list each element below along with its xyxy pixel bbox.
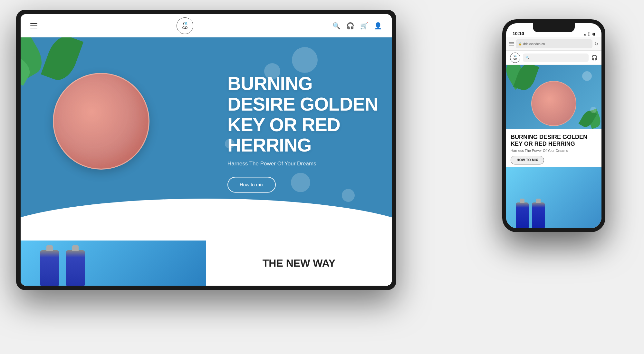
url-bar[interactable]: 🔒 drinksandco.cn <box>516 39 592 48</box>
phone-text-section: BURNING DESIRE GOLDEN KEY OR RED HERRING… <box>506 129 601 167</box>
bottom-card-product <box>21 241 206 286</box>
bottom-card-text: THE NEW WAY <box>206 241 392 286</box>
tablet-screen: Y&CO 🔍 🎧 🛒 👤 <box>21 14 392 286</box>
status-time: 10:10 <box>513 31 524 36</box>
how-to-mix-button[interactable]: How to mix <box>227 177 276 193</box>
phone-bottom-card <box>506 167 601 228</box>
tablet-logo[interactable]: Y&CO <box>177 17 193 34</box>
phone-hero-subtitle: Harness The Power Of Your Dreams <box>511 149 597 152</box>
hero-subtitle: Harness The Power Of Your Dreams <box>227 161 379 167</box>
phone-device: 10:10 ▲ ⟩⟩ ▪▮ 🔒 drinksandco.cn ↻ <box>502 19 605 232</box>
scene: Y&CO 🔍 🎧 🛒 👤 <box>0 0 644 354</box>
battery-icon: ▪▮ <box>592 32 595 36</box>
bottom-card-title: THE NEW WAY <box>263 257 335 269</box>
tablet-hero: BURNING DESIRE GOLDEN KEY OR RED HERRING… <box>21 37 392 241</box>
status-icons: ▲ ⟩⟩ ▪▮ <box>583 32 595 36</box>
phone-screen: 10:10 ▲ ⟩⟩ ▪▮ 🔒 drinksandco.cn ↻ <box>506 23 601 228</box>
phone-hero-title: BURNING DESIRE GOLDEN KEY OR RED HERRING <box>511 134 597 147</box>
search-icon[interactable]: 🔍 <box>332 22 341 30</box>
lock-icon: 🔒 <box>518 42 522 45</box>
phone-bokeh <box>582 71 592 81</box>
phone-content: BURNING DESIRE GOLDEN KEY OR RED HERRING… <box>506 65 601 228</box>
headset-icon[interactable]: 🎧 <box>346 22 354 30</box>
phone-bottle-1 <box>516 202 529 228</box>
bokeh-dot <box>292 47 318 73</box>
leaves-decoration <box>21 37 72 79</box>
phone-bottle-2 <box>532 202 545 228</box>
phone-headset-icon[interactable]: 🎧 <box>591 54 598 61</box>
phone-search-bar[interactable]: 🔍 <box>523 54 589 62</box>
hero-text-block: BURNING DESIRE GOLDEN KEY OR RED HERRING… <box>227 73 379 192</box>
nav-icons: 🔍 🎧 🛒 👤 <box>332 22 382 30</box>
hero-title: BURNING DESIRE GOLDEN KEY OR RED HERRING <box>227 73 379 155</box>
phone-hero-image <box>506 65 601 129</box>
bottle-image-1 <box>40 250 59 286</box>
user-icon[interactable]: 👤 <box>374 22 382 30</box>
phone-browser-bar: 🔒 drinksandco.cn ↻ <box>506 37 601 51</box>
browser-menu-icon[interactable] <box>509 42 514 46</box>
phone-navbar: Y&CO 🔍 🎧 <box>506 51 601 65</box>
phone-notch <box>533 23 575 32</box>
refresh-icon[interactable]: ↻ <box>594 41 598 46</box>
phone-logo-text: Y&CO <box>514 55 517 60</box>
hamburger-menu[interactable] <box>30 23 37 28</box>
phone-how-to-mix-button[interactable]: HOW TO MIX <box>511 156 544 164</box>
phone-logo[interactable]: Y&CO <box>510 53 520 63</box>
logo-text: Y&CO <box>182 21 188 30</box>
cart-icon[interactable]: 🛒 <box>360 22 368 30</box>
wave-decoration <box>21 199 392 241</box>
tablet-bottom-section: THE NEW WAY <box>21 241 392 286</box>
search-placeholder: 🔍 <box>525 56 529 59</box>
tablet-navbar: Y&CO 🔍 🎧 🛒 👤 <box>21 14 392 37</box>
url-text: drinksandco.cn <box>523 42 545 46</box>
signal-icon: ▲ <box>583 32 587 36</box>
bottle-image-2 <box>66 250 85 286</box>
phone-cocktail-glass <box>531 81 576 126</box>
tablet-device: Y&CO 🔍 🎧 🛒 👤 <box>16 10 396 290</box>
wifi-icon: ⟩⟩ <box>588 32 591 36</box>
phone-bokeh <box>590 107 597 113</box>
